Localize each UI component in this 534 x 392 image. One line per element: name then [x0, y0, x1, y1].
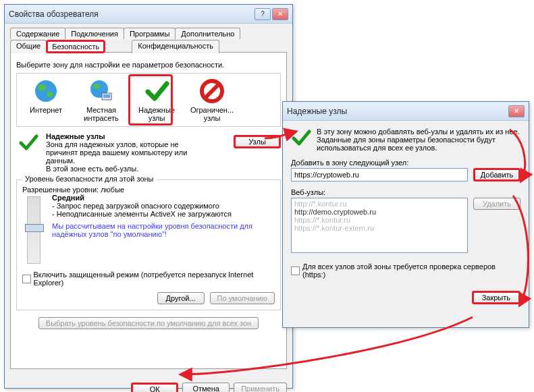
internet-options-window: Свойства обозревателя ? ✕ Содержание Под…: [4, 4, 293, 389]
svg-point-4: [93, 84, 100, 89]
tab-general[interactable]: Общие: [10, 40, 47, 53]
zone-desc-line: Зона для надежных узлов, которые не: [46, 140, 228, 148]
tab-advanced[interactable]: Дополнительно: [175, 28, 240, 39]
window-title: Надежные узлы: [287, 107, 507, 116]
intro-text: В эту зону можно добавлять веб-узлы и уд…: [317, 128, 520, 152]
globe-icon: [32, 78, 59, 105]
list-item[interactable]: http://*.kontur.ru: [293, 200, 466, 208]
globe-lan-icon: [88, 78, 115, 105]
tab-privacy[interactable]: Конфиденциальность: [132, 40, 219, 53]
zone-label: Интернет: [30, 106, 62, 114]
list-item[interactable]: http://demo.cryptoweb.ru: [293, 208, 466, 216]
cancel-button[interactable]: Отмена: [182, 383, 230, 392]
zone-label: Местная интрасеть: [84, 106, 119, 122]
legend: Уровень безопасности для этой зоны: [22, 175, 157, 183]
tab-programs[interactable]: Программы: [124, 28, 176, 39]
close-button[interactable]: ✕: [508, 105, 525, 117]
svg-line-8: [205, 84, 219, 98]
require-https-checkbox[interactable]: Для всех узлов этой зоны требуется прове…: [291, 262, 520, 279]
security-slider[interactable]: [27, 196, 41, 264]
list-label: Веб-узлы:: [291, 188, 520, 196]
reset-all-button[interactable]: Выбрать уровень безопасности по умолчани…: [38, 317, 259, 329]
svg-rect-6: [103, 94, 110, 98]
tab-content[interactable]: Содержание: [10, 28, 65, 39]
level-line: - Неподписанные элементы ActiveX не загр…: [52, 210, 275, 218]
remove-button[interactable]: Удалить: [473, 198, 520, 210]
tab-connections[interactable]: Подключения: [65, 28, 124, 39]
tab-strip: Содержание Подключения Программы Дополни…: [10, 28, 287, 369]
level-line: - Запрос перед загрузкой опасного содерж…: [52, 202, 275, 210]
protected-mode-label: Включить защищенный режим (потребуется п…: [34, 271, 275, 287]
custom-level-button[interactable]: Другой...: [157, 292, 205, 304]
checkbox-icon: [291, 267, 300, 275]
zone-desc-line: данным.: [46, 157, 228, 165]
ok-button[interactable]: ОК: [131, 383, 178, 392]
require-https-label: Для всех узлов этой зоны требуется прове…: [302, 262, 520, 279]
add-button[interactable]: Добавить: [473, 168, 520, 181]
level-note: Мы рассчитываем на настройки уровня безо…: [52, 222, 275, 238]
zone-label: Ограничен... узлы: [190, 106, 234, 122]
check-icon: [291, 128, 311, 152]
sites-listbox[interactable]: http://*.kontur.ru http://demo.cryptoweb…: [291, 198, 468, 253]
protected-mode-checkbox[interactable]: Включить защищенный режим (потребуется п…: [22, 271, 275, 287]
close-dialog-button[interactable]: Закрыть: [472, 291, 520, 304]
titlebar: Надежные узлы ✕: [283, 102, 529, 121]
zone-desc-line: В этой зоне есть веб-узлы.: [46, 165, 228, 173]
add-label: Добавить в зону следующий узел:: [291, 159, 520, 167]
checkbox-icon: [22, 275, 31, 283]
list-item[interactable]: https://*.kontur.ru: [293, 216, 466, 224]
apply-button[interactable]: Применить: [234, 383, 287, 392]
zone-internet[interactable]: Интернет: [21, 78, 71, 122]
add-site-input[interactable]: [291, 168, 468, 181]
svg-point-2: [47, 92, 53, 97]
zone-title: Надежные узлы: [46, 132, 228, 140]
zone-label: Надежные узлы: [138, 106, 175, 122]
sites-button[interactable]: Узлы: [234, 135, 281, 148]
list-item[interactable]: https://*.kontur-extern.ru: [293, 224, 466, 232]
trusted-sites-window: Надежные узлы ✕ В эту зону можно добавля…: [282, 101, 529, 328]
levels-allowed: Разрешенные уровни: любые: [22, 186, 275, 194]
level-name: Средний: [52, 194, 275, 202]
titlebar: Свойства обозревателя ? ✕: [5, 5, 292, 24]
zone-restricted[interactable]: Ограничен... узлы: [187, 78, 237, 122]
check-icon: [16, 132, 41, 173]
zone-intranet[interactable]: Местная интрасеть: [76, 78, 126, 122]
check-icon: [143, 78, 170, 105]
zone-list: Интернет Местная интрасеть Надежные узлы: [16, 73, 281, 127]
zone-trusted[interactable]: Надежные узлы: [132, 78, 182, 122]
help-button[interactable]: ?: [255, 8, 271, 20]
svg-point-0: [35, 80, 57, 102]
close-button[interactable]: ✕: [272, 8, 288, 20]
svg-point-1: [38, 84, 46, 91]
tab-security[interactable]: Безопасность: [46, 40, 105, 53]
security-level-group: Уровень безопасности для этой зоны Разре…: [16, 179, 281, 310]
default-level-button[interactable]: По умолчанию: [210, 292, 275, 304]
zone-prompt: Выберите зону для настройки ее параметро…: [16, 61, 281, 69]
forbidden-icon: [198, 78, 225, 105]
zone-desc-line: причинят вреда вашему компьютеру или: [46, 148, 228, 157]
window-title: Свойства обозревателя: [9, 9, 253, 19]
